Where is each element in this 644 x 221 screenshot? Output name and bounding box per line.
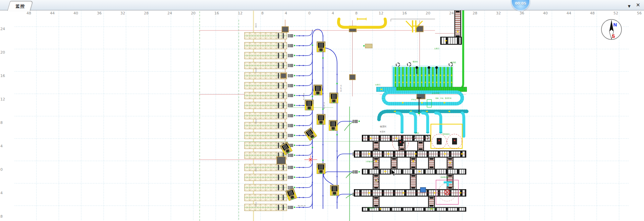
- ruler-tick: 20: [426, 11, 430, 15]
- ruler-tick: 4: [0, 144, 3, 148]
- ruler-tick: 52: [613, 11, 618, 15]
- agv[interactable]: [314, 85, 322, 95]
- tab-monitor-label: 监控: [9, 1, 31, 9]
- svg-text:拆包机: 拆包机: [451, 61, 457, 64]
- ruler-tick: 8: [355, 11, 358, 15]
- rack-row: [245, 130, 312, 139]
- agv[interactable]: [329, 120, 337, 131]
- svg-text:3300: 3300: [255, 68, 257, 73]
- svg-text:3B_OPT_01: 3B_OPT_01: [340, 85, 342, 92]
- ruler-tick: 28: [144, 11, 149, 15]
- compass: N S: [600, 18, 623, 41]
- ruler-tick: 32: [496, 11, 501, 15]
- svg-text:1F传送: 1F传送: [411, 99, 416, 100]
- ruler-tick: 56: [637, 11, 642, 15]
- ruler-tick: 28: [473, 11, 477, 15]
- agv[interactable]: [330, 185, 339, 196]
- agv[interactable]: [285, 188, 297, 201]
- ruler-tick: 16: [214, 11, 219, 15]
- ruler-tick: 12: [238, 11, 243, 15]
- ruler-tick: 20: [0, 50, 5, 55]
- compass-north-label: N: [613, 22, 617, 27]
- agv[interactable]: [317, 163, 325, 174]
- ruler-tick: 48: [26, 11, 31, 15]
- svg-text:出库口: 出库口: [375, 84, 380, 86]
- tab-monitor[interactable]: 监控: [7, 1, 33, 11]
- svg-text:入库输送线: 入库输送线: [366, 160, 374, 163]
- svg-text:3B_OPT_02: 3B_OPT_02: [303, 93, 305, 100]
- ruler-tick: 8: [0, 121, 3, 125]
- ruler-tick: 4: [0, 191, 3, 195]
- ruler-tick: 8: [0, 214, 3, 219]
- svg-text:出库输送线: 出库输送线: [428, 208, 436, 210]
- ruler-tick: 8: [261, 11, 264, 15]
- svg-text:1200: 1200: [255, 23, 257, 28]
- dropdown-button[interactable]: ▼: [628, 3, 631, 10]
- svg-text:3B_LHF_03: 3B_LHF_03: [298, 205, 306, 207]
- title-bar: 监控 00:05 ▼ ✕: [0, 0, 644, 10]
- svg-text:发货区: 发货区: [380, 131, 385, 133]
- svg-text:3300: 3300: [255, 119, 257, 124]
- agv[interactable]: [317, 42, 325, 52]
- ruler-tick: 0: [0, 167, 3, 172]
- ruler-tick: 40: [543, 11, 548, 15]
- rack-row: [245, 50, 312, 59]
- rack-row: [245, 90, 312, 99]
- svg-text:缓存区: 缓存区: [413, 61, 418, 63]
- agv[interactable]: [305, 100, 313, 110]
- ruler-tick: 44: [50, 11, 55, 15]
- sorter-lanes: [392, 63, 453, 89]
- ruler-tick: 24: [167, 11, 172, 15]
- ruler-tick: 20: [191, 11, 196, 15]
- ruler-tick: 24: [449, 11, 454, 15]
- ruler-tick: 4: [332, 11, 334, 15]
- rack-row: [245, 30, 312, 39]
- ruler-tick: 36: [97, 11, 102, 15]
- rack-row: [245, 80, 312, 89]
- svg-text:码垛机器人: 码垛机器人: [442, 133, 450, 135]
- agv[interactable]: [330, 93, 338, 103]
- ruler-tick: 40: [73, 11, 78, 15]
- origin-marker: [305, 155, 317, 164]
- ruler-tick: 24: [0, 27, 5, 31]
- ruler-tick: 16: [402, 11, 407, 15]
- ruler-tick: 36: [520, 11, 524, 15]
- rack-block: [245, 30, 312, 211]
- ruler-tick: 0: [308, 11, 311, 15]
- mouse-cursor: [391, 169, 396, 178]
- rack-row: [245, 182, 312, 191]
- ruler-tick: 44: [567, 11, 571, 15]
- rack-row: [245, 70, 312, 79]
- facility-map: 120033003300330033003B_OPT_023B_OPT_033B…: [0, 10, 644, 221]
- ruler-tick: 12: [379, 11, 383, 15]
- rack-row: [245, 171, 312, 181]
- compass-south-label: S: [612, 33, 615, 39]
- agv[interactable]: [317, 114, 325, 125]
- svg-text:包装缓存区: 包装缓存区: [440, 176, 448, 178]
- ruler-tick: 4: [285, 11, 287, 15]
- ruler-tick: 16: [0, 74, 5, 78]
- svg-text:自动扫码区: 自动扫码区: [432, 92, 440, 94]
- timer-badge-text: 00:05: [512, 1, 529, 5]
- rack-row: [245, 120, 312, 129]
- rack-row: [245, 60, 312, 69]
- rack-row: [245, 110, 312, 119]
- timer-badge[interactable]: 00:05: [511, 0, 530, 11]
- rack-row: [245, 140, 312, 149]
- ruler-tick: 32: [120, 11, 125, 15]
- ruler-tick: 12: [0, 97, 5, 101]
- svg-text:3300: 3300: [255, 202, 257, 207]
- svg-text:收货区: 收货区: [380, 125, 387, 128]
- facility-map-canvas[interactable]: 120033003300330033003B_OPT_023B_OPT_033B…: [0, 10, 644, 221]
- svg-text:入库口: 入库口: [434, 48, 439, 50]
- close-button[interactable]: ✕: [636, 2, 640, 8]
- svg-text:3300: 3300: [255, 167, 257, 172]
- rack-row: [245, 40, 312, 49]
- svg-text:上包台: 上包台: [414, 132, 419, 134]
- ruler-tick: 48: [590, 11, 595, 15]
- svg-text:维修、中转、暂存区域: 维修、中转、暂存区域: [435, 97, 451, 99]
- rack-row: [245, 192, 312, 201]
- svg-text:入库输送线: 入库输送线: [367, 207, 375, 209]
- svg-text:3B_OPT_03: 3B_OPT_03: [323, 102, 325, 109]
